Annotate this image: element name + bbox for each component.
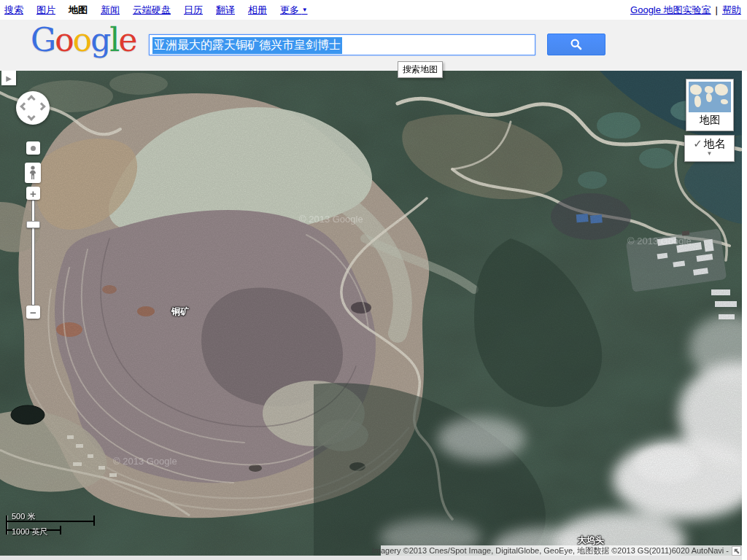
attribution-bar: Imagery ©2013 Cnes/Spot Image, DigitalGl… [381, 545, 742, 556]
imagery-watermark: © 2013 Google [113, 456, 177, 467]
logo-letter: G [31, 21, 55, 58]
scale-bar: 500 米 1000 英尺 [6, 514, 101, 536]
reset-view-button[interactable] [26, 141, 40, 155]
logo-letter: g [90, 21, 109, 58]
placenames-toggle[interactable]: ✓地名 ▼ [684, 135, 735, 162]
pegman-streetview-button[interactable] [25, 163, 41, 183]
arrow-up-left-icon [732, 547, 740, 555]
nav-link-images[interactable]: 图片 [36, 4, 55, 17]
chevron-down-icon[interactable]: ▼ [685, 151, 734, 157]
logo-letter: o [73, 21, 91, 58]
nav-left-links: 搜索 图片 地图 新闻 云端硬盘 日历 翻译 相册 更多 ▼ [0, 4, 308, 17]
scale-left-tick [6, 516, 7, 534]
pan-down-icon[interactable] [27, 112, 35, 120]
dot-icon [31, 146, 36, 151]
maptype-label: 地图 [686, 114, 733, 127]
nav-link-calendar[interactable]: 日历 [184, 4, 203, 17]
collapse-attribution-button[interactable] [732, 546, 741, 556]
nav-link-maps[interactable]: 地图 [69, 4, 88, 17]
zoom-slider-track[interactable] [31, 200, 35, 306]
map-label-copper-mine: 铜矿 [171, 306, 189, 318]
nav-right-links: Google 地图实验室 | 帮助 [630, 4, 747, 17]
search-icon [570, 38, 583, 51]
search-input[interactable]: 亚洲最大的露天铜矿德兴市皇剑博士 [149, 34, 535, 55]
pan-left-icon[interactable] [20, 102, 28, 110]
nav-link-more[interactable]: 更多 ▼ [280, 4, 308, 17]
checkmark-icon: ✓ [693, 137, 703, 149]
bottom-strip [0, 556, 742, 560]
nav-link-drive[interactable]: 云端硬盘 [133, 4, 171, 17]
pan-control [16, 91, 50, 125]
zoom-in-button[interactable]: + [26, 187, 40, 200]
zoom-slider-handle[interactable] [26, 221, 40, 228]
nav-link-translate[interactable]: 翻译 [216, 4, 235, 17]
nav-link-news[interactable]: 新闻 [101, 4, 120, 17]
world-map-thumbnail-icon [689, 82, 731, 112]
attribution-text: Imagery ©2013 Cnes/Spot Image, DigitalGl… [372, 545, 732, 556]
google-logo[interactable]: Google [31, 21, 136, 58]
search-button[interactable] [547, 34, 605, 55]
nav-link-help[interactable]: 帮助 [722, 4, 741, 17]
placenames-label: 地名 [704, 137, 726, 149]
imagery-watermark: © 2013 Google [627, 236, 692, 246]
map-canvas[interactable]: © 2013 Google © 2013 Google © 2013 Googl… [0, 71, 742, 556]
scale-imperial-tick [60, 526, 61, 534]
logo-letter: o [55, 21, 73, 58]
zoom-out-button[interactable]: − [26, 306, 40, 319]
scale-metric-tick [93, 516, 95, 526]
expand-panel-button[interactable]: ▶ [1, 71, 16, 85]
top-navigation: 搜索 图片 地图 新闻 云端硬盘 日历 翻译 相册 更多 ▼ Google 地图… [0, 0, 747, 20]
scale-imperial-label: 1000 英尺 [12, 526, 48, 537]
logo-letter: e [118, 21, 136, 58]
nav-link-photos[interactable]: 相册 [248, 4, 267, 17]
nav-link-maps-labs[interactable]: Google 地图实验室 [630, 4, 711, 17]
nav-more-label: 更多 [280, 4, 299, 15]
search-query-selected-text: 亚洲最大的露天铜矿德兴市皇剑博士 [152, 37, 342, 54]
pegman-icon [28, 166, 37, 180]
search-header: Google 亚洲最大的露天铜矿德兴市皇剑博士 [0, 20, 747, 71]
chevron-down-icon: ▼ [302, 7, 308, 13]
imagery-watermark: © 2013 Google [299, 214, 363, 225]
pan-up-icon[interactable] [27, 95, 35, 103]
scale-metric-label: 500 米 [12, 511, 35, 522]
nav-link-search[interactable]: 搜索 [4, 4, 23, 17]
pan-right-icon[interactable] [37, 102, 45, 110]
logo-letter: l [109, 21, 118, 58]
chevron-right-icon: ▶ [6, 74, 12, 82]
right-gutter [742, 71, 747, 560]
satellite-imagery [0, 71, 742, 556]
search-tooltip: 搜索地图 [398, 61, 443, 78]
maptype-map-button[interactable]: 地图 [686, 79, 734, 131]
nav-separator: | [716, 4, 718, 15]
google-maps-page: 搜索 图片 地图 新闻 云端硬盘 日历 翻译 相册 更多 ▼ Google 地图… [0, 0, 747, 560]
